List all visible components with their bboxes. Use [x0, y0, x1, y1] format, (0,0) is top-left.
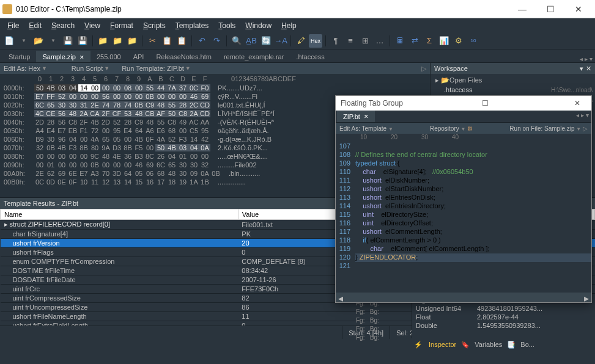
workspace-pin-icon[interactable]: ▾: [580, 65, 583, 73]
code-line[interactable]: 119 char elComment[ elCommentLength ];: [336, 245, 591, 253]
menu-templates[interactable]: Templates: [171, 20, 214, 31]
titlebar: 010 Editor - C:\Temp\Sample.zip — ☐ ✕: [0, 0, 595, 18]
paste-button[interactable]: 📋: [175, 34, 188, 48]
col-name[interactable]: Name: [1, 209, 238, 220]
code-line[interactable]: 121: [336, 262, 591, 271]
float-run-on-file[interactable]: Run on File: Sample.zip: [509, 125, 574, 132]
tab-inspector[interactable]: Inspector: [424, 340, 461, 349]
workspace-file[interactable]: .htaccessH:\Swe...nload\: [433, 85, 593, 95]
tab-variables[interactable]: Variables: [470, 340, 507, 349]
code-line[interactable]: 107: [336, 142, 591, 151]
menu-format[interactable]: Format: [105, 20, 138, 31]
run-button[interactable]: ▷: [421, 65, 426, 73]
checksum-button[interactable]: Σ: [423, 34, 436, 48]
open-dropdown-button[interactable]: ▼: [46, 34, 60, 48]
new-file-button[interactable]: 📄: [2, 34, 16, 48]
app-icon: [2, 4, 12, 14]
folder1-button[interactable]: 📁: [96, 34, 109, 48]
float-tab-zipbt[interactable]: ZIP.bt✕: [337, 111, 375, 122]
menu-help[interactable]: Help: [276, 20, 301, 31]
scroll-left-icon[interactable]: ◂: [336, 293, 346, 302]
tab-nav[interactable]: ◂ ▸ ▾: [577, 56, 595, 62]
undo-button[interactable]: ↶: [195, 34, 209, 48]
code-editor[interactable]: 107108// Defines the end of central dire…: [336, 142, 591, 271]
compare-button[interactable]: ⇄: [408, 34, 421, 48]
edit-as-label[interactable]: Edit As: Hex: [4, 65, 40, 72]
window-title: 010 Editor - C:\Temp\Sample.zip: [16, 5, 508, 13]
code-line[interactable]: 109typedef struct {: [336, 159, 591, 168]
minimize-button[interactable]: —: [508, 0, 536, 18]
find-button[interactable]: 🔍: [230, 34, 243, 48]
code-line[interactable]: 118 if( elCommentLength > 0 ): [336, 236, 591, 245]
close-icon[interactable]: ✕: [364, 114, 369, 120]
new-dropdown-button[interactable]: ▼: [17, 34, 31, 48]
save-all-button[interactable]: 💾: [76, 34, 89, 48]
tab-bookmarks[interactable]: Bo...: [516, 340, 539, 349]
tab-htaccess[interactable]: .htaccess: [290, 51, 330, 62]
float-edit-as[interactable]: Edit As: Template: [339, 125, 386, 132]
tool-button[interactable]: ⚙: [452, 34, 465, 48]
book-icon: 📑: [507, 341, 516, 349]
menu-tools[interactable]: Tools: [213, 20, 240, 31]
hex-mode-button[interactable]: Hex: [309, 34, 322, 48]
run-script-label[interactable]: Run Script: [72, 65, 103, 72]
float-close-button[interactable]: ✕: [568, 99, 586, 107]
code-line[interactable]: 110 char elSignature[4]; //0x06054b50: [336, 168, 591, 177]
menu-file[interactable]: File: [2, 20, 24, 31]
tab-samplezip[interactable]: Sample.zip✕: [36, 51, 90, 62]
menu-search[interactable]: Search: [46, 20, 79, 31]
float-scrollbar[interactable]: ◂ ▸: [336, 293, 591, 302]
tab-255000[interactable]: 255.000: [91, 51, 127, 62]
folder2-button[interactable]: 📁: [111, 34, 124, 48]
floating-tab-group[interactable]: Floating Tab Group ☐ ✕ ZIP.bt✕ ◂ ▸ ▾ Edi…: [335, 95, 592, 303]
hex-row[interactable]: 0000h:504B030414000000080055447A370CF0PK…: [0, 84, 430, 92]
float-tab-nav[interactable]: ◂ ▸ ▾: [574, 111, 591, 122]
menubar: FileEditSearchViewFormatScriptsTemplates…: [0, 18, 595, 32]
run-template-label[interactable]: Run Template: ZIP.bt: [122, 65, 184, 72]
redo-button[interactable]: ↷: [210, 34, 223, 48]
float-repository[interactable]: Repository: [430, 125, 459, 132]
tab-startup[interactable]: Startup: [2, 51, 36, 62]
code-line[interactable]: 120} ZIPENDLOCATOR;: [336, 253, 591, 262]
tab-api[interactable]: API: [127, 51, 150, 62]
code-line[interactable]: 108// Defines the end of central directo…: [336, 151, 591, 159]
float-titlebar[interactable]: Floating Tab Group ☐ ✕: [336, 96, 591, 111]
folder3-button[interactable]: 📁: [125, 34, 139, 48]
menu-view[interactable]: View: [79, 20, 105, 31]
code-line[interactable]: 114 ushort elEntriesInDirectory;: [336, 202, 591, 211]
histogram-button[interactable]: 📊: [437, 34, 451, 48]
code-line[interactable]: 112 ushort elStartDiskNumber;: [336, 185, 591, 194]
menu-edit[interactable]: Edit: [24, 20, 46, 31]
float-maximize-button[interactable]: ☐: [476, 99, 495, 107]
close-button[interactable]: ✕: [564, 0, 593, 18]
calc-button[interactable]: 🖩: [393, 34, 407, 48]
open-button[interactable]: 📂: [32, 34, 45, 48]
cut-button[interactable]: ✂: [146, 34, 159, 48]
save-button[interactable]: 💾: [61, 34, 75, 48]
replace-button[interactable]: 🔄: [259, 34, 273, 48]
highlight-button[interactable]: 🖍: [294, 34, 308, 48]
code-line[interactable]: 115 uint elDirectorySize;: [336, 211, 591, 219]
copy-button[interactable]: 📋: [160, 34, 174, 48]
workspace-close-icon[interactable]: ✕: [586, 65, 591, 73]
code-line[interactable]: 111 ushort elDiskNumber;: [336, 177, 591, 185]
bytes-button[interactable]: …: [373, 34, 386, 48]
code-line[interactable]: 117 ushort elCommentLength;: [336, 228, 591, 236]
workspace-folder[interactable]: ▸ 📂 Open Files: [433, 75, 593, 85]
find-text-button[interactable]: A̲B: [245, 34, 258, 48]
maximize-button[interactable]: ☐: [536, 0, 564, 18]
goto-button[interactable]: →A: [274, 34, 287, 48]
code-line[interactable]: 113 ushort elEntriesOnDisk;: [336, 194, 591, 202]
indent-button[interactable]: ¶: [329, 34, 342, 48]
ruler-button[interactable]: ⊞: [358, 34, 372, 48]
menu-window[interactable]: Window: [240, 20, 276, 31]
menu-scripts[interactable]: Scripts: [138, 20, 171, 31]
tab-releasenoteshtm[interactable]: ReleaseNotes.htm: [150, 51, 218, 62]
binary-button[interactable]: 10: [467, 34, 480, 48]
code-ruler: 10203040: [336, 134, 591, 142]
scroll-right-icon[interactable]: ▸: [582, 293, 591, 302]
align-button[interactable]: ≡: [344, 34, 357, 48]
tab-remoteexamplerar[interactable]: remote_example.rar: [218, 51, 290, 62]
code-line[interactable]: 116 uint elDirectoryOffset;: [336, 219, 591, 228]
close-icon[interactable]: ✕: [79, 54, 84, 60]
